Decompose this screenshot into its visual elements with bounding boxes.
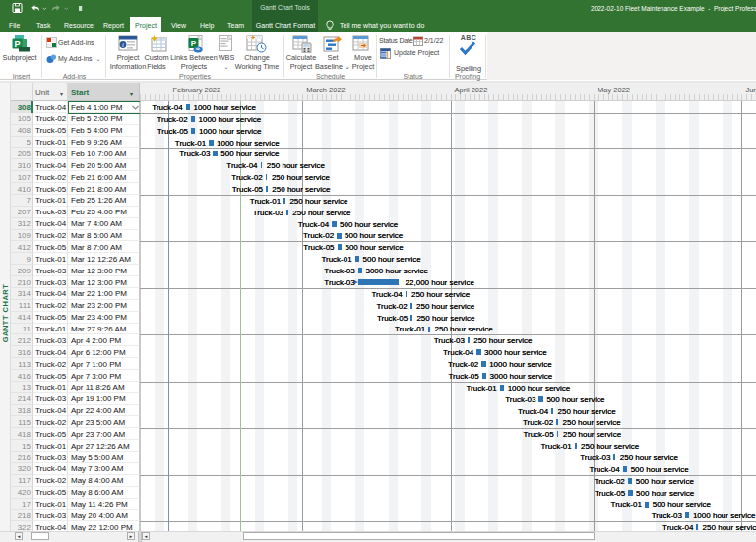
svg-text:i: i (122, 41, 124, 48)
svg-text:P: P (191, 39, 197, 48)
